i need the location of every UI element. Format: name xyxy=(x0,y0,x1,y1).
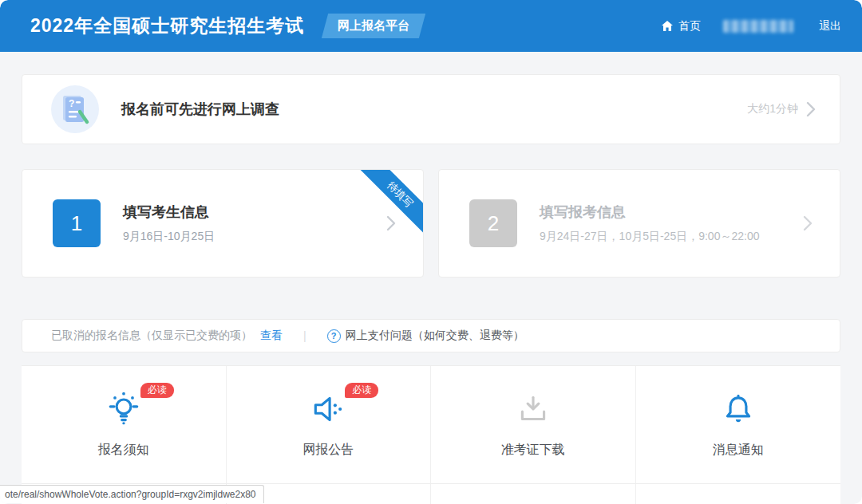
chevron-right-icon xyxy=(803,215,813,231)
steps-row: 1 填写考生信息 9月16日-10月25日 待填写 2 填写报考信息 9月24日… xyxy=(22,169,840,278)
grid-stub-cell xyxy=(636,483,841,504)
step-number: 2 xyxy=(469,199,517,247)
chevron-right-icon xyxy=(806,101,816,117)
survey-doc-icon: ? xyxy=(51,85,99,133)
icon-wrap: 必读 xyxy=(310,391,346,427)
header: 2022年全国硕士研究生招生考试 网上报名平台 首页 退出 xyxy=(0,0,862,52)
page-title: 2022年全国硕士研究生招生考试 xyxy=(30,14,304,38)
shortcut-label: 报名须知 xyxy=(98,442,149,459)
step-dates: 9月24日-27日，10月5日-25日，9:00～22:00 xyxy=(540,230,759,244)
page: 2022年全国硕士研究生招生考试 网上报名平台 首页 退出 ? 报名前可先进行网… xyxy=(0,0,862,504)
top-nav: 首页 退出 xyxy=(661,19,841,33)
step-card-candidate-info[interactable]: 1 填写考生信息 9月16日-10月25日 待填写 xyxy=(22,169,424,278)
shortcut-label: 网报公告 xyxy=(302,442,354,459)
payment-help-label: 网上支付问题（如何交费、退费等） xyxy=(346,329,524,343)
shortcut-registration-notice[interactable]: 必读 报名须知 xyxy=(22,366,227,483)
divider: | xyxy=(303,329,306,342)
chevron-right-icon xyxy=(386,215,396,231)
view-link[interactable]: 查看 xyxy=(260,329,283,343)
speaker-icon xyxy=(310,391,346,427)
home-icon xyxy=(661,20,674,32)
icon-wrap xyxy=(720,391,757,427)
shortcut-admission-ticket-download[interactable]: 准考证下载 xyxy=(431,366,636,483)
shortcut-label: 准考证下载 xyxy=(501,442,565,459)
shortcut-grid: 必读 报名须知 必读 网报公告 xyxy=(22,365,840,504)
icon-wrap: 必读 xyxy=(105,391,142,427)
step-title: 填写报考信息 xyxy=(540,203,759,222)
status-url-tooltip: ote/real/showWholeVote.action?groupId=rx… xyxy=(0,485,264,503)
bell-icon xyxy=(720,391,757,427)
survey-title: 报名前可先进行网上调查 xyxy=(121,100,279,119)
shortcut-label: 消息通知 xyxy=(713,442,764,459)
payment-help-link[interactable]: ? 网上支付问题（如何交费、退费等） xyxy=(327,329,524,343)
username-redacted xyxy=(723,20,793,33)
survey-duration-group: 大约1分钟 xyxy=(747,101,816,117)
icon-wrap xyxy=(515,391,552,427)
cancelled-info-label: 已取消的报名信息（仅显示已交费的项） xyxy=(51,329,252,343)
logout-link[interactable]: 退出 xyxy=(819,19,841,33)
must-read-badge: 必读 xyxy=(140,383,174,398)
survey-banner[interactable]: ? 报名前可先进行网上调查 大约1分钟 xyxy=(22,74,840,144)
nav-home-label: 首页 xyxy=(678,19,701,33)
step-card-application-info[interactable]: 2 填写报考信息 9月24日-27日，10月5日-25日，9:00～22:00 xyxy=(438,169,840,278)
step-dates: 9月16日-10月25日 xyxy=(123,230,215,244)
svg-text:?: ? xyxy=(69,98,74,109)
nav-home[interactable]: 首页 xyxy=(661,19,701,33)
step-number: 1 xyxy=(53,199,101,247)
must-read-badge: 必读 xyxy=(345,383,378,398)
shortcut-online-announcements[interactable]: 必读 网报公告 xyxy=(227,366,432,483)
grid-stub-cell xyxy=(431,483,636,504)
step-texts: 填写报考信息 9月24日-27日，10月5日-25日，9:00～22:00 xyxy=(540,203,759,244)
step-title: 填写考生信息 xyxy=(123,203,215,222)
question-circle-icon: ? xyxy=(327,329,341,343)
survey-duration: 大约1分钟 xyxy=(747,102,798,116)
info-strip: 已取消的报名信息（仅显示已交费的项） 查看 | ? 网上支付问题（如何交费、退费… xyxy=(22,319,840,352)
shortcut-message-notifications[interactable]: 消息通知 xyxy=(636,366,841,483)
step-texts: 填写考生信息 9月16日-10月25日 xyxy=(123,203,215,244)
platform-badge: 网上报名平台 xyxy=(322,14,425,38)
download-icon xyxy=(515,391,552,427)
lightbulb-icon xyxy=(105,391,142,427)
